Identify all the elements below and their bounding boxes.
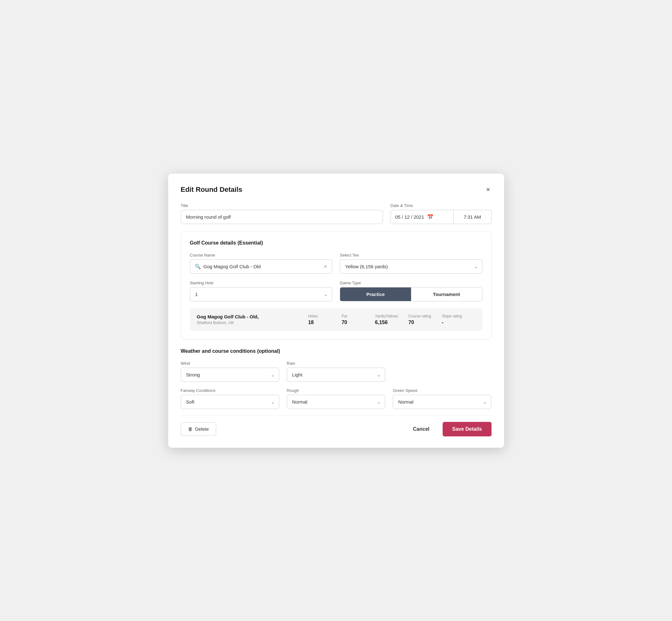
fairway-group: Fairway Conditions FirmNormalSoftVery So… bbox=[181, 388, 279, 409]
starting-hole-game-type-row: Starting Hole 1234 5678 910 ⌄ Game Type … bbox=[190, 281, 482, 301]
title-label: Title bbox=[181, 203, 383, 208]
holes-value: 18 bbox=[308, 320, 342, 325]
search-icon: 🔍 bbox=[195, 263, 201, 270]
datetime-field-group: Date & Time 05 / 12 / 2021 📅 7:31 AM bbox=[390, 203, 492, 224]
course-name-tee-row: Course Name 🔍 ✕ Select Tee Yellow (6,156… bbox=[190, 253, 482, 274]
stat-rating: Course rating 70 bbox=[409, 314, 442, 325]
title-field-group: Title bbox=[181, 203, 383, 224]
game-type-group: Game Type Practice Tournament bbox=[340, 281, 482, 301]
slope-value: - bbox=[442, 320, 475, 325]
wind-dropdown[interactable]: CalmLightModerateStrong bbox=[181, 368, 279, 382]
par-label: Par bbox=[342, 314, 375, 318]
rough-group: Rough ShortNormalLong ⌄ bbox=[287, 388, 385, 409]
rough-dropdown[interactable]: ShortNormalLong bbox=[287, 395, 385, 409]
rating-label: Course rating bbox=[409, 314, 442, 318]
close-button[interactable]: × bbox=[485, 185, 492, 194]
starting-hole-group: Starting Hole 1234 5678 910 ⌄ bbox=[190, 281, 333, 301]
yards-value: 6,156 bbox=[375, 320, 409, 325]
starting-hole-label: Starting Hole bbox=[190, 281, 333, 285]
datetime-inputs: 05 / 12 / 2021 📅 7:31 AM bbox=[390, 210, 492, 224]
top-fields: Title Date & Time 05 / 12 / 2021 📅 7:31 … bbox=[181, 203, 492, 224]
game-type-label: Game Type bbox=[340, 281, 482, 285]
delete-button[interactable]: 🗑 Delete bbox=[181, 422, 216, 436]
modal-title: Edit Round Details bbox=[181, 185, 243, 194]
select-tee-label: Select Tee bbox=[340, 253, 482, 257]
par-value: 70 bbox=[342, 320, 375, 325]
rain-wrapper: NoneLightModerateHeavy ⌄ bbox=[287, 368, 385, 382]
date-value: 05 / 12 / 2021 bbox=[395, 214, 424, 220]
stat-par: Par 70 bbox=[342, 314, 375, 325]
conditions-section-title: Weather and course conditions (optional) bbox=[181, 348, 492, 354]
course-stats: Holes 18 Par 70 Yards(Yellow) 6,156 Cour… bbox=[308, 314, 475, 325]
course-name-label: Course Name bbox=[190, 253, 333, 257]
green-speed-label: Green Speed bbox=[393, 388, 491, 393]
course-info-name-text: Gog Magog Golf Club - Old, bbox=[197, 314, 308, 319]
green-speed-wrapper: SlowNormalFastVery Fast ⌄ bbox=[393, 395, 491, 409]
delete-label: Delete bbox=[195, 426, 209, 432]
rough-wrapper: ShortNormalLong ⌄ bbox=[287, 395, 385, 409]
stat-slope: Slope rating - bbox=[442, 314, 475, 325]
clear-icon[interactable]: ✕ bbox=[323, 263, 328, 270]
course-name-group: Course Name 🔍 ✕ bbox=[190, 253, 333, 274]
save-button[interactable]: Save Details bbox=[443, 422, 491, 437]
conditions-section: Weather and course conditions (optional)… bbox=[181, 348, 492, 409]
date-input[interactable]: 05 / 12 / 2021 📅 bbox=[390, 210, 454, 224]
trash-icon: 🗑 bbox=[188, 426, 193, 432]
fairway-label: Fairway Conditions bbox=[181, 388, 279, 393]
calendar-icon: 📅 bbox=[427, 214, 433, 220]
select-tee-wrapper: Yellow (6,156 yards) White Red Blue ⌄ bbox=[340, 259, 482, 274]
fairway-wrapper: FirmNormalSoftVery Soft ⌄ bbox=[181, 395, 279, 409]
footer-right: Cancel Save Details bbox=[407, 422, 492, 437]
edit-round-modal: Edit Round Details × Title Date & Time 0… bbox=[168, 173, 504, 448]
modal-header: Edit Round Details × bbox=[181, 185, 492, 194]
game-type-toggle: Practice Tournament bbox=[340, 287, 482, 301]
fairway-dropdown[interactable]: FirmNormalSoftVery Soft bbox=[181, 395, 279, 409]
green-speed-group: Green Speed SlowNormalFastVery Fast ⌄ bbox=[393, 388, 491, 409]
rain-group: Rain NoneLightModerateHeavy ⌄ bbox=[287, 361, 385, 382]
wind-group: Wind CalmLightModerateStrong ⌄ bbox=[181, 361, 279, 382]
yards-label: Yards(Yellow) bbox=[375, 314, 409, 318]
datetime-label: Date & Time bbox=[390, 203, 492, 208]
stat-holes: Holes 18 bbox=[308, 314, 342, 325]
select-tee-group: Select Tee Yellow (6,156 yards) White Re… bbox=[340, 253, 482, 274]
course-info-location: Shelford Bottom, UK bbox=[197, 320, 308, 325]
cancel-button[interactable]: Cancel bbox=[407, 422, 435, 436]
time-value: 7:31 AM bbox=[463, 214, 481, 220]
wind-label: Wind bbox=[181, 361, 279, 366]
select-tee-dropdown[interactable]: Yellow (6,156 yards) White Red Blue bbox=[340, 259, 482, 274]
rough-label: Rough bbox=[287, 388, 385, 393]
holes-label: Holes bbox=[308, 314, 342, 318]
course-name-field[interactable] bbox=[204, 264, 321, 269]
time-input[interactable]: 7:31 AM bbox=[454, 210, 492, 224]
wind-wrapper: CalmLightModerateStrong ⌄ bbox=[181, 368, 279, 382]
rating-value: 70 bbox=[409, 320, 442, 325]
tournament-button[interactable]: Tournament bbox=[411, 287, 482, 301]
slope-label: Slope rating bbox=[442, 314, 475, 318]
green-speed-dropdown[interactable]: SlowNormalFastVery Fast bbox=[393, 395, 491, 409]
footer: 🗑 Delete Cancel Save Details bbox=[181, 415, 492, 437]
course-section-title: Golf Course details (Essential) bbox=[190, 240, 482, 246]
practice-button[interactable]: Practice bbox=[340, 287, 411, 301]
wind-rain-row: Wind CalmLightModerateStrong ⌄ Rain None… bbox=[181, 361, 492, 382]
course-section: Golf Course details (Essential) Course N… bbox=[181, 232, 492, 339]
course-search-input[interactable]: 🔍 ✕ bbox=[190, 259, 333, 274]
stat-yards: Yards(Yellow) 6,156 bbox=[375, 314, 409, 325]
fairway-rough-green-row: Fairway Conditions FirmNormalSoftVery So… bbox=[181, 388, 492, 409]
rain-dropdown[interactable]: NoneLightModerateHeavy bbox=[287, 368, 385, 382]
title-input[interactable] bbox=[181, 210, 383, 224]
rain-label: Rain bbox=[287, 361, 385, 366]
course-info-box: Gog Magog Golf Club - Old, Shelford Bott… bbox=[190, 308, 482, 331]
course-info-name: Gog Magog Golf Club - Old, Shelford Bott… bbox=[197, 314, 308, 325]
starting-hole-wrapper: 1234 5678 910 ⌄ bbox=[190, 287, 333, 301]
starting-hole-dropdown[interactable]: 1234 5678 910 bbox=[190, 287, 333, 301]
